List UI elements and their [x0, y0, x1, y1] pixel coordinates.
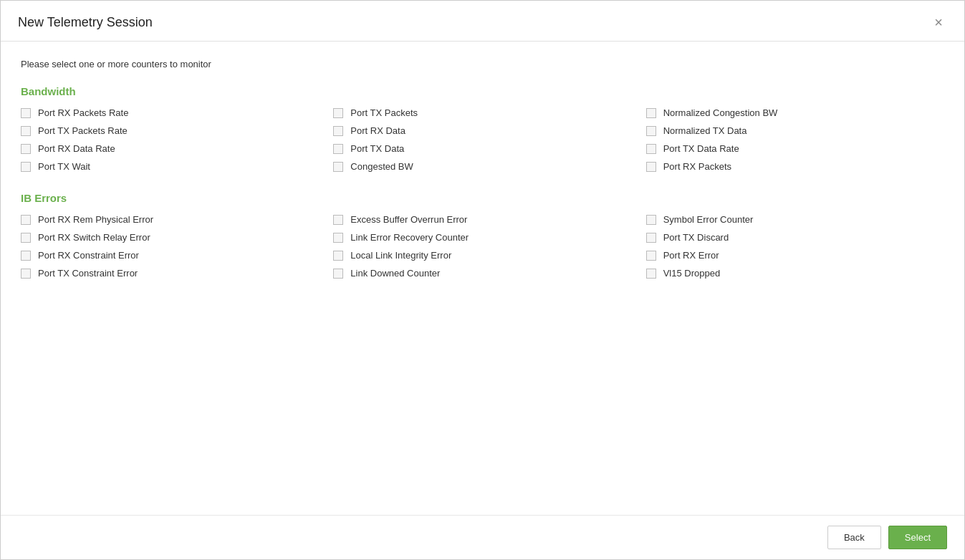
counter-label-vl15-dropped: Vl15 Dropped — [663, 268, 721, 279]
checkbox-excess-buffer-overrun-error[interactable] — [333, 215, 343, 225]
checkbox-link-downed-counter[interactable] — [333, 269, 343, 279]
counter-label-port-rx-rem-physical-error: Port RX Rem Physical Error — [38, 214, 153, 225]
checkbox-port-rx-switch-relay-error[interactable] — [21, 233, 31, 243]
counter-item-local-link-integrity-error: Local Link Integrity Error — [333, 250, 631, 261]
dialog-footer: Back Select — [1, 515, 964, 559]
counter-label-link-error-recovery-counter: Link Error Recovery Counter — [350, 232, 469, 243]
counter-item-normalized-tx-data: Normalized TX Data — [646, 125, 944, 136]
counter-label-port-tx-discard: Port TX Discard — [663, 232, 729, 243]
counter-item-port-tx-data: Port TX Data — [333, 143, 631, 154]
counter-label-port-tx-packets: Port TX Packets — [350, 107, 418, 118]
counter-label-port-rx-packets: Port RX Packets — [663, 161, 731, 172]
counter-label-port-rx-error: Port RX Error — [663, 250, 719, 261]
checkbox-port-rx-data-rate[interactable] — [21, 144, 31, 154]
section-ib-errors: IB ErrorsPort RX Rem Physical ErrorExces… — [21, 192, 944, 279]
counter-label-symbol-error-counter: Symbol Error Counter — [663, 214, 754, 225]
counter-label-port-tx-constraint-error: Port TX Constraint Error — [38, 268, 138, 279]
checkbox-port-tx-data[interactable] — [333, 144, 343, 154]
counter-label-port-tx-packets-rate: Port TX Packets Rate — [38, 125, 128, 136]
counters-grid-ib-errors: Port RX Rem Physical ErrorExcess Buffer … — [21, 214, 944, 279]
checkbox-port-rx-constraint-error[interactable] — [21, 251, 31, 261]
counter-item-normalized-congestion-bw: Normalized Congestion BW — [646, 107, 944, 118]
counter-label-port-rx-data: Port RX Data — [350, 125, 405, 136]
counter-item-port-rx-data: Port RX Data — [333, 125, 631, 136]
checkbox-vl15-dropped[interactable] — [646, 269, 656, 279]
counter-item-excess-buffer-overrun-error: Excess Buffer Overrun Error — [333, 214, 631, 225]
checkbox-local-link-integrity-error[interactable] — [333, 251, 343, 261]
counter-item-vl15-dropped: Vl15 Dropped — [646, 268, 944, 279]
counter-item-port-tx-constraint-error: Port TX Constraint Error — [21, 268, 319, 279]
counters-grid-bandwidth: Port RX Packets RatePort TX PacketsNorma… — [21, 107, 944, 172]
dialog-body: Please select one or more counters to mo… — [1, 42, 964, 515]
counter-item-congested-bw: Congested BW — [333, 161, 631, 172]
counter-label-congested-bw: Congested BW — [350, 161, 413, 172]
checkbox-congested-bw[interactable] — [333, 162, 343, 172]
checkbox-port-tx-data-rate[interactable] — [646, 144, 656, 154]
close-button[interactable]: × — [930, 14, 947, 31]
new-telemetry-dialog: New Telemetry Session × Please select on… — [0, 0, 965, 560]
checkbox-port-rx-packets[interactable] — [646, 162, 656, 172]
counter-item-port-tx-data-rate: Port TX Data Rate — [646, 143, 944, 154]
counter-label-port-tx-data: Port TX Data — [350, 143, 404, 154]
counter-item-port-rx-data-rate: Port RX Data Rate — [21, 143, 319, 154]
checkbox-port-rx-error[interactable] — [646, 251, 656, 261]
counter-item-port-tx-discard: Port TX Discard — [646, 232, 944, 243]
checkbox-port-rx-packets-rate[interactable] — [21, 108, 31, 118]
section-bandwidth: BandwidthPort RX Packets RatePort TX Pac… — [21, 85, 944, 172]
counter-item-port-rx-packets-rate: Port RX Packets Rate — [21, 107, 319, 118]
sections-container: BandwidthPort RX Packets RatePort TX Pac… — [21, 85, 944, 279]
counter-item-port-tx-packets-rate: Port TX Packets Rate — [21, 125, 319, 136]
counter-label-port-rx-packets-rate: Port RX Packets Rate — [38, 107, 128, 118]
counter-label-normalized-tx-data: Normalized TX Data — [663, 125, 747, 136]
counter-label-link-downed-counter: Link Downed Counter — [350, 268, 440, 279]
counter-label-port-rx-constraint-error: Port RX Constraint Error — [38, 250, 139, 261]
counter-label-port-rx-switch-relay-error: Port RX Switch Relay Error — [38, 232, 150, 243]
counter-item-port-rx-switch-relay-error: Port RX Switch Relay Error — [21, 232, 319, 243]
counter-item-port-rx-constraint-error: Port RX Constraint Error — [21, 250, 319, 261]
checkbox-symbol-error-counter[interactable] — [646, 215, 656, 225]
counter-label-normalized-congestion-bw: Normalized Congestion BW — [663, 107, 778, 118]
section-title-ib-errors: IB Errors — [21, 192, 944, 204]
checkbox-port-tx-constraint-error[interactable] — [21, 269, 31, 279]
counter-item-port-rx-rem-physical-error: Port RX Rem Physical Error — [21, 214, 319, 225]
counter-item-symbol-error-counter: Symbol Error Counter — [646, 214, 944, 225]
counter-item-port-tx-packets: Port TX Packets — [333, 107, 631, 118]
dialog-title: New Telemetry Session — [18, 15, 153, 30]
section-title-bandwidth: Bandwidth — [21, 85, 944, 97]
dialog-header: New Telemetry Session × — [1, 1, 964, 42]
counter-label-port-tx-data-rate: Port TX Data Rate — [663, 143, 739, 154]
counter-item-port-rx-error: Port RX Error — [646, 250, 944, 261]
back-button[interactable]: Back — [827, 526, 881, 549]
counter-label-port-tx-wait: Port TX Wait — [38, 161, 90, 172]
checkbox-port-rx-data[interactable] — [333, 126, 343, 136]
checkbox-port-tx-packets-rate[interactable] — [21, 126, 31, 136]
counter-item-link-downed-counter: Link Downed Counter — [333, 268, 631, 279]
checkbox-normalized-tx-data[interactable] — [646, 126, 656, 136]
instruction-text: Please select one or more counters to mo… — [21, 59, 944, 69]
select-button[interactable]: Select — [888, 526, 947, 549]
counter-item-port-tx-wait: Port TX Wait — [21, 161, 319, 172]
counter-label-port-rx-data-rate: Port RX Data Rate — [38, 143, 115, 154]
checkbox-port-tx-wait[interactable] — [21, 162, 31, 172]
checkbox-port-rx-rem-physical-error[interactable] — [21, 215, 31, 225]
counter-item-port-rx-packets: Port RX Packets — [646, 161, 944, 172]
counter-label-excess-buffer-overrun-error: Excess Buffer Overrun Error — [350, 214, 467, 225]
checkbox-port-tx-discard[interactable] — [646, 233, 656, 243]
checkbox-port-tx-packets[interactable] — [333, 108, 343, 118]
checkbox-normalized-congestion-bw[interactable] — [646, 108, 656, 118]
checkbox-link-error-recovery-counter[interactable] — [333, 233, 343, 243]
counter-item-link-error-recovery-counter: Link Error Recovery Counter — [333, 232, 631, 243]
counter-label-local-link-integrity-error: Local Link Integrity Error — [350, 250, 451, 261]
